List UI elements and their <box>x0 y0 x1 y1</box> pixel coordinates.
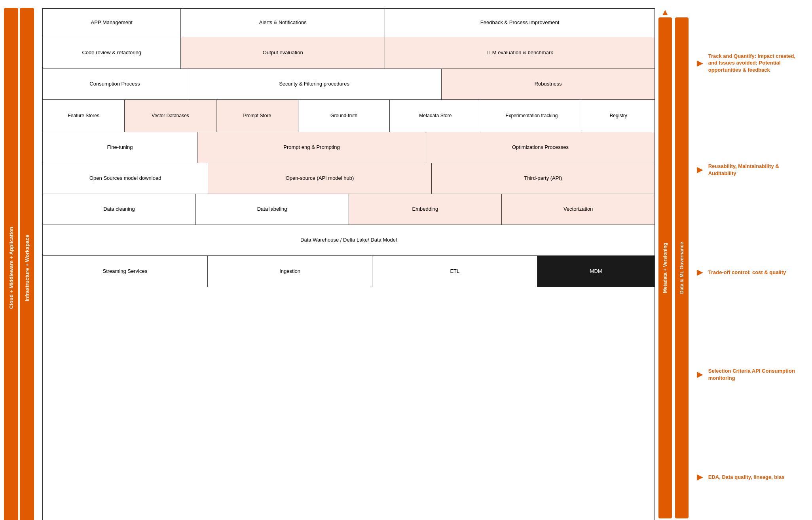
cell-streaming: Streaming Services <box>43 256 208 287</box>
right-annotations: ► Track and Quantify: Impact created, an… <box>692 8 808 520</box>
cell-feature-stores: Feature Stores <box>43 100 125 132</box>
cell-consumption: Consumption Process <box>43 69 187 99</box>
grid-row-7: Data cleaning Data labeling Embedding Ve… <box>43 194 655 225</box>
cell-prompt-store: Prompt Store <box>216 100 298 132</box>
cell-fine-tuning: Fine-tuning <box>43 132 197 163</box>
cell-app-management: APP Management <box>43 9 181 37</box>
cell-mdm: MDM <box>537 256 655 287</box>
arrow-icon-2: ► <box>695 164 705 176</box>
grid-row-4: Feature Stores Vector Databases Prompt S… <box>43 100 655 132</box>
cell-data-warehouse: Data Warehouse / Delta Lake/ Data Model <box>43 225 655 255</box>
arrow-icon-3: ► <box>695 266 705 278</box>
grid-row-1: APP Management Alerts & Notifications Fe… <box>43 9 655 37</box>
grid-row-2: Code review & refactoring Output evaluat… <box>43 37 655 69</box>
arrow-icon-1: ► <box>695 57 705 69</box>
cell-prompt-eng: Prompt eng & Prompting <box>197 132 426 163</box>
cell-feedback-process: Feedback & Process Improvement <box>385 9 655 37</box>
data-ml-label: Data & ML Governance <box>675 17 689 518</box>
annotation-2: ► Reusability, Maintainability & Auditab… <box>695 163 805 177</box>
arrow-icon-5: ► <box>695 471 705 483</box>
cell-metadata-store: Metadata Store <box>390 100 481 132</box>
cell-third-party-api: Third-party (API) <box>432 163 655 194</box>
cell-registry: Registry <box>582 100 655 132</box>
cell-etl: ETL <box>372 256 537 287</box>
cell-vector-db: Vector Databases <box>125 100 216 132</box>
cell-open-sources: Open Sources model download <box>43 163 208 194</box>
cell-ingestion: Ingestion <box>208 256 373 287</box>
cell-vectorization: Vectorization <box>502 194 655 225</box>
annotation-4: ► Selection Criteria API Consumption mon… <box>695 368 805 381</box>
grid-row-8: Data Warehouse / Delta Lake/ Data Model <box>43 225 655 256</box>
annotation-1: ► Track and Quantify: Impact created, an… <box>695 53 805 74</box>
cloud-label: Cloud + Middleware + Application <box>4 8 18 520</box>
cell-ground-truth: Ground-truth <box>298 100 390 132</box>
diagram-area: Cloud + Middleware + Application Infrast… <box>4 8 808 520</box>
cell-data-labeling: Data labeling <box>196 194 349 225</box>
cell-open-source-api: Open-source (API model hub) <box>208 163 431 194</box>
infra-label: Infrastructure + Workspace <box>20 8 34 520</box>
cell-optimizations: Optimizations Processes <box>426 132 655 163</box>
arrow-icon-4: ► <box>695 368 705 381</box>
cell-security: Security & Filtering procedures <box>187 69 442 99</box>
annotation-5: ► EDA, Data quality, lineage, bias <box>695 471 805 483</box>
cell-llm-eval: LLM evaluation & benchmark <box>385 37 655 69</box>
center-grid: APP Management Alerts & Notifications Fe… <box>42 8 655 520</box>
grid-row-6: Open Sources model download Open-source … <box>43 163 655 194</box>
left-labels: Cloud + Middleware + Application Infrast… <box>4 8 40 520</box>
cell-embedding: Embedding <box>349 194 502 225</box>
grid-row-9: Streaming Services Ingestion ETL MDM <box>43 256 655 287</box>
grid-row-3: Consumption Process Security & Filtering… <box>43 69 655 100</box>
cell-alerts-notifications: Alerts & Notifications <box>181 9 385 37</box>
grid-row-5: Fine-tuning Prompt eng & Prompting Optim… <box>43 132 655 163</box>
right-panel: ▲ Metadata + Versioning ▼ ▲ Data & ML Go… <box>658 8 808 520</box>
cell-experimentation: Experimentation tracking <box>481 100 582 132</box>
cell-code-review: Code review & refactoring <box>43 37 181 69</box>
cell-data-cleaning: Data cleaning <box>43 194 196 225</box>
cell-output-eval: Output evaluation <box>181 37 385 69</box>
cell-robustness: Robustness <box>442 69 655 99</box>
annotation-3: ► Trade-off control: cost & quality <box>695 266 805 278</box>
main-wrapper: Cloud + Middleware + Application Infrast… <box>0 0 812 520</box>
meta-versioning-label: Metadata + Versioning <box>658 17 672 518</box>
